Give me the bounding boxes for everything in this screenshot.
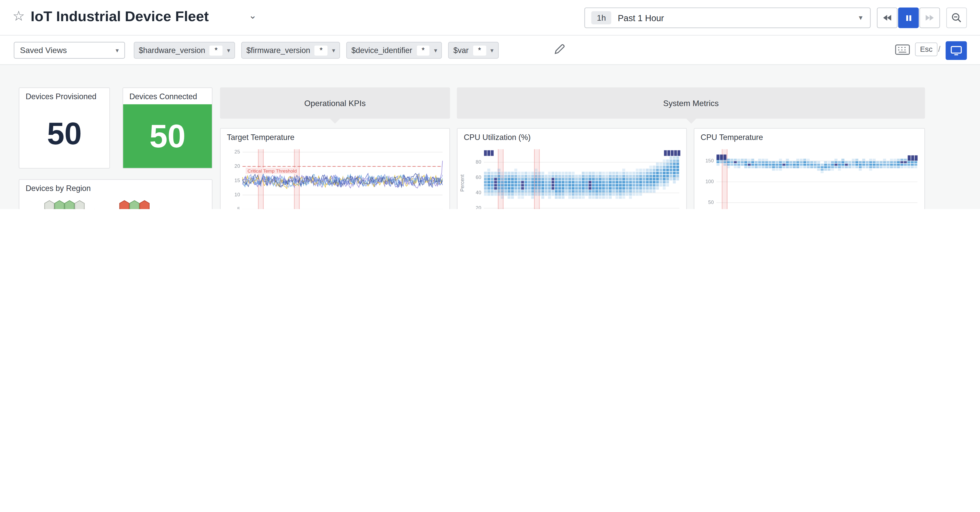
- cpu-utilization-chart[interactable]: [459, 143, 685, 209]
- saved-views-select[interactable]: Saved Views ▾: [14, 42, 125, 59]
- region-hex[interactable]: [140, 201, 149, 209]
- template-var-label: $hardware_version: [139, 46, 205, 55]
- chart-card-cpu-temperature: CPU Temperature: [694, 128, 925, 209]
- template-var-firmware_version[interactable]: $firmware_version*▾: [242, 42, 340, 59]
- chevron-down-icon[interactable]: ▾: [490, 47, 493, 54]
- favorite-star-icon[interactable]: ☆: [13, 8, 25, 24]
- template-var-value[interactable]: *: [417, 45, 430, 55]
- chart-card-cpu-utilization: CPU Utilization (%) Percent: [457, 128, 687, 209]
- group-system-metrics[interactable]: System Metrics: [457, 87, 925, 119]
- widget-title: Devices Provisioned: [19, 88, 110, 101]
- chevron-down-icon: ▾: [116, 47, 119, 54]
- cpu-temperature-chart[interactable]: [696, 143, 923, 209]
- devices-by-region-card: Devices by Region Updated < 1 min ago: [19, 179, 212, 209]
- template-var-device_identifier[interactable]: $device_identifier*▾: [346, 42, 442, 59]
- keyboard-icon[interactable]: [895, 44, 910, 55]
- region-hex[interactable]: [75, 201, 84, 209]
- template-var-value[interactable]: *: [315, 45, 328, 55]
- template-var-value[interactable]: *: [210, 45, 223, 55]
- dashboard-viewport: ☆ IoT Industrial Device Fleet ⌄ 1h Past …: [0, 0, 980, 209]
- chevron-down-icon[interactable]: ▾: [434, 47, 437, 54]
- zoom-out-button[interactable]: [946, 7, 967, 28]
- chevron-down-icon[interactable]: ▾: [332, 47, 335, 54]
- target-temperature-chart[interactable]: [222, 143, 448, 209]
- zoom-out-icon: [951, 13, 962, 23]
- rewind-icon: [883, 14, 892, 21]
- dashboard-title: IoT Industrial Device Fleet: [30, 8, 209, 25]
- group-operational-kpis[interactable]: Operational KPIs: [220, 87, 450, 119]
- chart-title: CPU Utilization (%): [458, 128, 686, 141]
- esc-key-hint: Esc: [915, 43, 937, 56]
- pause-icon: [905, 14, 912, 21]
- dashboard-title-menu-icon[interactable]: ⌄: [249, 10, 257, 21]
- template-var-label: $var: [453, 46, 469, 55]
- filter-bar: Saved Views ▾ $hardware_version*▾$firmwa…: [0, 36, 980, 65]
- widget-title: Devices by Region: [19, 180, 212, 193]
- region-hex[interactable]: [45, 201, 54, 209]
- chevron-down-icon[interactable]: ▼: [858, 14, 864, 21]
- region-hexmap[interactable]: [19, 197, 213, 209]
- pause-button[interactable]: [898, 7, 919, 28]
- tv-mode-button[interactable]: [945, 41, 967, 60]
- group-tail: [686, 119, 696, 124]
- saved-views-label: Saved Views: [20, 46, 67, 55]
- region-hex[interactable]: [130, 201, 139, 209]
- chart-card-target-temperature: Target Temperature: [220, 128, 450, 209]
- template-var-var[interactable]: $var*▾: [449, 42, 498, 59]
- group-label: System Metrics: [663, 98, 719, 108]
- chart-title: Target Temperature: [221, 128, 449, 141]
- fast-forward-button[interactable]: [919, 7, 940, 28]
- devices-connected-card: Devices Connected 50: [123, 87, 213, 168]
- devices-connected-fill: 50: [123, 104, 212, 168]
- region-hex[interactable]: [55, 201, 64, 209]
- region-hex[interactable]: [120, 201, 129, 209]
- tv-screen-icon: [951, 46, 962, 55]
- time-range-label: Past 1 Hour: [618, 13, 851, 23]
- devices-provisioned-value: 50: [19, 116, 110, 152]
- template-variable-pills: $hardware_version*▾$firmware_version*▾$d…: [134, 42, 498, 59]
- group-label: Operational KPIs: [304, 98, 366, 108]
- fast-forward-icon: [925, 14, 934, 21]
- rewind-button[interactable]: [877, 7, 897, 28]
- devices-provisioned-card: Devices Provisioned 50: [19, 87, 110, 168]
- chevron-down-icon[interactable]: ▾: [227, 47, 230, 54]
- group-tail: [330, 119, 340, 124]
- region-hex[interactable]: [65, 201, 74, 209]
- time-range-picker[interactable]: 1h Past 1 Hour ▼: [584, 7, 871, 28]
- dashboard-header: ☆ IoT Industrial Device Fleet ⌄ 1h Past …: [0, 0, 980, 36]
- chart-title: CPU Temperature: [694, 128, 924, 141]
- template-var-label: $device_identifier: [352, 46, 412, 55]
- template-var-label: $firmware_version: [246, 46, 310, 55]
- edit-pencil-icon[interactable]: [554, 44, 565, 55]
- widget-title: Devices Connected: [123, 88, 212, 101]
- template-var-hardware_version[interactable]: $hardware_version*▾: [134, 42, 235, 59]
- devices-connected-value: 50: [123, 117, 212, 155]
- template-var-value[interactable]: *: [473, 45, 486, 55]
- slash-separator: /: [938, 44, 940, 54]
- time-preset-chip[interactable]: 1h: [591, 11, 612, 24]
